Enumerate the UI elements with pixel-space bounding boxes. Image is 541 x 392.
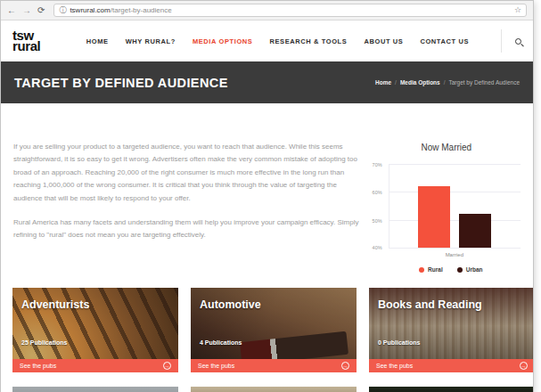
page-title: TARGET BY DEFINED AUDIENCE: [14, 76, 228, 90]
cta-label: See the pubs: [198, 363, 234, 369]
arrow-glyph: →: [521, 363, 527, 369]
nav-item-media-options[interactable]: MEDIA OPTIONS: [193, 37, 253, 45]
arrow-right-circle-icon: →: [341, 362, 349, 370]
breadcrumb-current: Target by Defined Audience: [449, 79, 521, 86]
card-title: Books and Reading: [378, 298, 482, 311]
card-partial-2[interactable]: [191, 387, 357, 392]
card-automotive[interactable]: Automotive 4 Publications See the pubs →: [191, 288, 357, 372]
card-books-and-reading[interactable]: Books and Reading 0 Publications See the…: [369, 288, 534, 372]
nav-item-home[interactable]: HOME: [86, 37, 109, 45]
see-the-pubs-link[interactable]: See the pubs →: [12, 359, 178, 372]
forward-icon[interactable]: →: [22, 6, 31, 15]
site-header: tsw rural HOME WHY RURAL? MEDIA OPTIONS …: [1, 20, 533, 61]
page-info-icon[interactable]: ⓘ: [59, 7, 66, 14]
address-bar[interactable]: ⓘ tswrural.com/target-by-audience ☆: [53, 4, 527, 17]
site-logo[interactable]: tsw rural: [12, 30, 40, 52]
now-married-chart: Now Married 70% 60% 50% 40% Married Rura…: [373, 143, 521, 273]
y-tick-50: 50%: [373, 218, 382, 224]
see-the-pubs-link[interactable]: See the pubs →: [191, 359, 357, 372]
legend-rural: Rural: [419, 266, 443, 273]
logo-line-2: rural: [12, 41, 40, 52]
arrow-right-circle-icon: →: [520, 362, 528, 370]
bookmark-star-icon[interactable]: ☆: [514, 6, 521, 14]
cta-label: See the pubs: [376, 363, 413, 369]
y-tick-40: 40%: [373, 245, 382, 250]
url-text: tswrural.com/target-by-audience: [70, 6, 171, 14]
intro-paragraph-1: If you are selling your product to a tar…: [13, 141, 359, 205]
next-cards-row-partial: [12, 387, 534, 392]
bar-rural: [418, 186, 450, 248]
nav-item-why-rural[interactable]: WHY RURAL?: [126, 37, 176, 45]
page-title-band: TARGET BY DEFINED AUDIENCE Home / Media …: [1, 61, 533, 103]
card-publication-count: 25 Publications: [21, 339, 67, 346]
arrow-glyph: →: [165, 363, 170, 369]
url-path: /target-by-audience: [111, 6, 172, 14]
refresh-icon[interactable]: ⟳: [37, 6, 45, 15]
card-partial-3[interactable]: [369, 387, 534, 392]
search-icon: [515, 38, 521, 45]
bar-urban: [459, 214, 491, 248]
x-axis-label: Married: [389, 252, 521, 257]
back-icon[interactable]: ←: [7, 6, 16, 15]
cta-label: See the pubs: [20, 363, 56, 369]
see-the-pubs-link[interactable]: See the pubs →: [369, 359, 534, 372]
y-tick-70: 70%: [373, 162, 382, 167]
browser-toolbar: ← → ⟳ ⓘ tswrural.com/target-by-audience …: [1, 1, 533, 20]
legend-label-urban: Urban: [466, 266, 483, 273]
breadcrumb-separator: /: [444, 79, 446, 86]
breadcrumb-media-options[interactable]: Media Options: [400, 79, 440, 86]
y-tick-60: 60%: [373, 190, 382, 195]
chart-legend: Rural Urban: [381, 266, 521, 273]
browser-window: ← → ⟳ ⓘ tswrural.com/target-by-audience …: [0, 0, 534, 392]
search-button[interactable]: [501, 29, 521, 53]
breadcrumb-home[interactable]: Home: [375, 79, 391, 86]
card-adventurists[interactable]: Adventurists 25 Publications See the pub…: [12, 288, 178, 372]
main-content: If you are selling your product to a tar…: [1, 103, 533, 392]
arrow-right-circle-icon: →: [163, 362, 171, 370]
legend-dot-rural: [419, 267, 424, 273]
chart-plot-area: 70% 60% 50% 40%: [389, 164, 521, 249]
bar-group: [389, 164, 521, 248]
intro-paragraph-2: Rural America has many facets and unders…: [13, 216, 359, 242]
breadcrumb: Home / Media Options / Target by Defined…: [375, 79, 520, 86]
audience-cards-row: Adventurists 25 Publications See the pub…: [12, 288, 534, 372]
arrow-glyph: →: [343, 363, 348, 369]
screenshot-stage: ← → ⟳ ⓘ tswrural.com/target-by-audience …: [0, 0, 541, 392]
card-title: Adventurists: [21, 298, 89, 311]
breadcrumb-separator: /: [395, 79, 397, 86]
card-publication-count: 0 Publications: [378, 339, 420, 346]
main-nav: HOME WHY RURAL? MEDIA OPTIONS RESEARCH &…: [86, 29, 521, 53]
card-publication-count: 4 Publications: [200, 339, 242, 346]
nav-item-about-us[interactable]: ABOUT US: [364, 37, 403, 45]
card-partial-1[interactable]: [12, 387, 178, 392]
legend-label-rural: Rural: [428, 266, 443, 273]
chart-title: Now Married: [373, 143, 521, 152]
nav-item-contact-us[interactable]: CONTACT US: [420, 37, 469, 45]
intro-section: If you are selling your product to a tar…: [1, 103, 533, 273]
card-title: Automotive: [200, 298, 261, 311]
url-host: tswrural.com: [70, 6, 110, 14]
intro-copy: If you are selling your product to a tar…: [13, 141, 359, 273]
legend-dot-urban: [457, 267, 463, 273]
legend-urban: Urban: [457, 266, 483, 273]
nav-item-research-tools[interactable]: RESEARCH & TOOLS: [269, 37, 347, 45]
